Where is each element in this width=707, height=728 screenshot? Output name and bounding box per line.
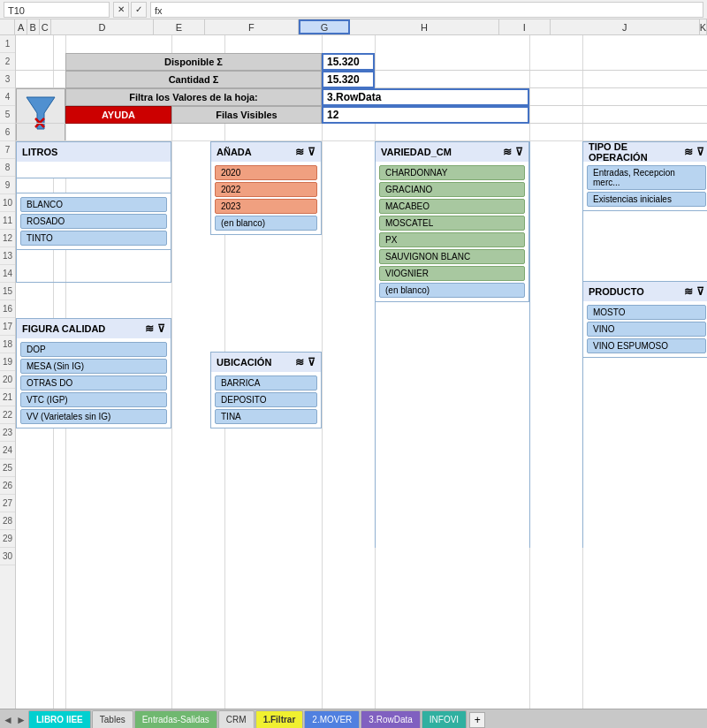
row-num-2[interactable]: 2 — [0, 53, 15, 71]
tab-entradas-salidas[interactable]: Entradas-Salidas — [134, 710, 217, 728]
formula-bar[interactable]: fx — [150, 2, 703, 18]
row-num-3[interactable]: 3 — [0, 71, 15, 88]
ayuda-button[interactable]: AYUDA — [65, 106, 171, 124]
variedad-settings-icon[interactable]: ≋ — [503, 146, 512, 158]
tab-infovi[interactable]: INFOVI — [422, 710, 467, 728]
tipo-item-blanco[interactable]: BLANCO — [20, 197, 167, 212]
variedad-item-sauvignon[interactable]: SAUVIGNON BLANC — [379, 249, 525, 264]
tab-crm[interactable]: CRM — [218, 710, 255, 728]
anada-item-2020[interactable]: 2020 — [215, 165, 317, 180]
row-num-28[interactable]: 28 — [0, 512, 15, 530]
anada-item-2022[interactable]: 2022 — [215, 182, 317, 197]
row-num-23[interactable]: 23 — [0, 424, 15, 442]
row-num-8[interactable]: 8 — [0, 159, 15, 177]
row-num-14[interactable]: 14 — [0, 265, 15, 283]
cancel-formula-btn[interactable]: ✕ — [113, 2, 129, 18]
row-num-13[interactable]: 13 — [0, 247, 15, 265]
tipo-op-filter-icon[interactable]: ⊽ — [696, 146, 704, 158]
figura-item-mesa[interactable]: MESA (Sin IG) — [20, 359, 167, 374]
row-num-30[interactable]: 30 — [0, 548, 15, 565]
row-num-25[interactable]: 25 — [0, 459, 15, 477]
col-header-e[interactable]: E — [154, 19, 205, 34]
tipo-op-settings-icon[interactable]: ≋ — [684, 146, 693, 158]
tab-1-filtrar[interactable]: 1.Filtrar — [255, 710, 304, 728]
row-num-21[interactable]: 21 — [0, 389, 15, 406]
tab-2-mover[interactable]: 2.MOVER — [304, 710, 360, 728]
tab-tables[interactable]: Tables — [92, 710, 133, 728]
col-header-i[interactable]: I — [499, 19, 551, 34]
variedad-item-blank[interactable]: (en blanco) — [379, 283, 525, 298]
tipo-item-tinto[interactable]: TINTO — [20, 231, 167, 246]
ubicacion-item-tina[interactable]: TINA — [215, 409, 317, 424]
row-num-15[interactable]: 15 — [0, 283, 15, 300]
row-num-18[interactable]: 18 — [0, 336, 15, 353]
anada-filter-icon[interactable]: ⊽ — [308, 146, 315, 158]
anada-settings-icon[interactable]: ≋ — [295, 146, 304, 158]
confirm-formula-btn[interactable]: ✓ — [131, 2, 147, 18]
row-num-5[interactable]: 5 — [0, 106, 15, 124]
col-header-c[interactable]: C — [40, 19, 52, 34]
variedad-item-moscatel[interactable]: MOSCATEL — [379, 216, 525, 231]
row-num-22[interactable]: 22 — [0, 406, 15, 424]
variedad-item-chardonnay[interactable]: CHARDONNAY — [379, 165, 525, 180]
producto-filter-icon[interactable]: ⊽ — [696, 285, 704, 298]
row-num-17[interactable]: 17 — [0, 318, 15, 336]
row-num-9[interactable]: 9 — [0, 177, 15, 194]
add-sheet-btn[interactable]: + — [469, 712, 485, 728]
figura-item-dop[interactable]: DOP — [20, 342, 167, 357]
filas-visibles-value[interactable]: 12 — [322, 106, 529, 124]
row-num-27[interactable]: 27 — [0, 495, 15, 512]
row-num-4[interactable]: 4 — [0, 88, 15, 106]
variedad-item-graciano[interactable]: GRACIANO — [379, 182, 525, 197]
figura-item-otras[interactable]: OTRAS DO — [20, 375, 167, 391]
tipo-op-item-existencias[interactable]: Existencias iniciales — [587, 192, 706, 207]
ubicacion-item-deposito[interactable]: DEPOSITO — [215, 392, 317, 407]
tab-3-rowdata[interactable]: 3.RowData — [361, 710, 420, 728]
col-header-g[interactable]: G — [299, 19, 350, 34]
ubicacion-filter-icon[interactable]: ⊽ — [308, 356, 315, 368]
col-header-d[interactable]: D — [51, 19, 154, 34]
producto-settings-icon[interactable]: ≋ — [684, 285, 693, 298]
row-num-26[interactable]: 26 — [0, 477, 15, 495]
variedad-item-macabeo[interactable]: MACABEO — [379, 199, 525, 214]
row-num-12[interactable]: 12 — [0, 230, 15, 247]
producto-item-espumoso[interactable]: VINO ESPUMOSO — [587, 338, 706, 353]
col-header-f[interactable]: F — [205, 19, 299, 34]
col-header-a[interactable]: A — [15, 19, 27, 34]
producto-item-vino[interactable]: VINO — [587, 322, 706, 337]
variedad-item-viognier[interactable]: VIOGNIER — [379, 266, 525, 281]
rowdata-value[interactable]: 3.RowData — [322, 88, 529, 106]
col-header-row-selector[interactable] — [0, 19, 15, 34]
col-header-j[interactable]: J — [551, 19, 700, 34]
row-num-24[interactable]: 24 — [0, 442, 15, 459]
figura-item-vtc[interactable]: VTC (IGP) — [20, 392, 167, 407]
tipo-op-item-entradas[interactable]: Entradas, Recepcion merc... — [587, 165, 706, 190]
row-num-19[interactable]: 19 — [0, 353, 15, 371]
col-header-k[interactable]: K — [700, 19, 707, 34]
row-num-29[interactable]: 29 — [0, 530, 15, 548]
row-num-7[interactable]: 7 — [0, 141, 15, 159]
col-header-h[interactable]: H — [350, 19, 499, 34]
ubicacion-item-barrica[interactable]: BARRICA — [215, 375, 317, 391]
row-num-16[interactable]: 16 — [0, 300, 15, 318]
tab-scroll-right[interactable]: ► — [15, 712, 27, 728]
variedad-filter-icon[interactable]: ⊽ — [515, 146, 523, 158]
figura-item-vv[interactable]: VV (Varietales sin IG) — [20, 409, 167, 424]
variedad-item-px[interactable]: PX — [379, 232, 525, 247]
col-header-b[interactable]: B — [27, 19, 40, 34]
row-num-10[interactable]: 10 — [0, 194, 15, 212]
anada-item-2023[interactable]: 2023 — [215, 199, 317, 214]
producto-item-mosto[interactable]: MOSTO — [587, 305, 706, 320]
tab-scroll-left[interactable]: ◄ — [2, 712, 14, 728]
cell-reference[interactable]: T10 — [4, 2, 110, 18]
row-num-20[interactable]: 20 — [0, 371, 15, 389]
tab-libro-iiee[interactable]: LIBRO IIEE — [28, 710, 91, 728]
row-num-1[interactable]: 1 — [0, 35, 15, 53]
row-num-11[interactable]: 11 — [0, 212, 15, 230]
row-num-6[interactable]: 6 — [0, 124, 15, 141]
tipo-item-rosado[interactable]: ROSADO — [20, 214, 167, 229]
figura-filter-icon[interactable]: ⊽ — [157, 322, 165, 335]
ubicacion-settings-icon[interactable]: ≋ — [295, 356, 304, 368]
cantidad-value[interactable]: 15.320 — [322, 71, 375, 88]
figura-settings-icon[interactable]: ≋ — [145, 322, 154, 335]
